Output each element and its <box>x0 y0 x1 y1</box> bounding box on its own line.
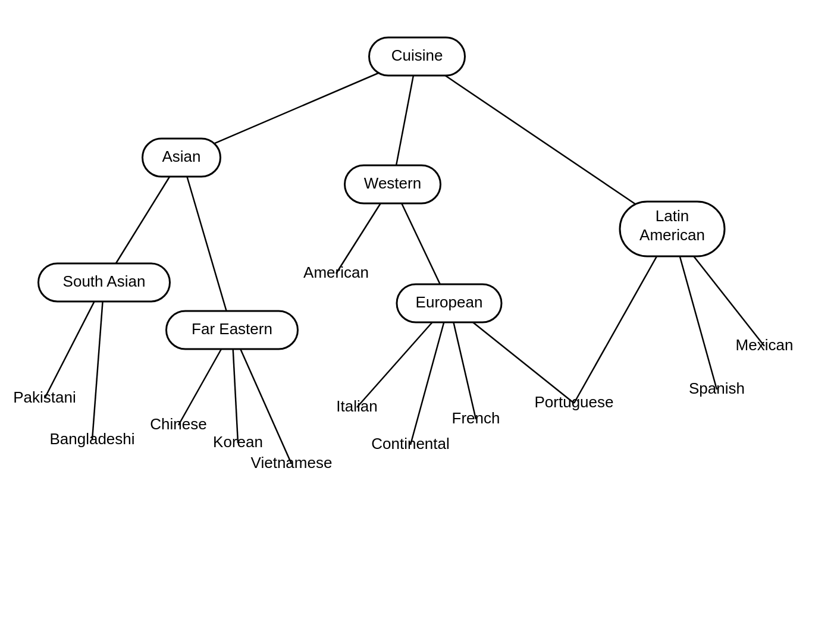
svg-text:Bangladeshi: Bangladeshi <box>49 430 134 448</box>
svg-text:American: American <box>639 226 705 244</box>
svg-text:Continental: Continental <box>371 435 450 453</box>
svg-text:French: French <box>452 409 500 427</box>
svg-line-8 <box>92 282 104 440</box>
svg-text:Italian: Italian <box>336 397 377 415</box>
svg-text:American: American <box>303 263 369 281</box>
svg-text:Latin: Latin <box>656 207 689 225</box>
svg-text:Korean: Korean <box>213 433 263 451</box>
svg-text:Spanish: Spanish <box>689 379 745 397</box>
svg-text:Chinese: Chinese <box>150 415 206 433</box>
svg-text:Asian: Asian <box>162 147 200 165</box>
svg-text:Portuguese: Portuguese <box>535 393 614 411</box>
svg-text:Vietnamese: Vietnamese <box>251 454 333 472</box>
svg-text:South Asian: South Asian <box>63 272 146 290</box>
svg-text:European: European <box>416 293 483 311</box>
svg-text:Mexican: Mexican <box>736 336 794 354</box>
svg-text:Cuisine: Cuisine <box>391 46 443 64</box>
svg-text:Western: Western <box>364 174 421 192</box>
svg-line-4 <box>181 158 232 330</box>
svg-line-2 <box>417 56 672 229</box>
svg-text:Pakistani: Pakistani <box>13 388 76 406</box>
svg-text:Far Eastern: Far Eastern <box>192 320 272 338</box>
